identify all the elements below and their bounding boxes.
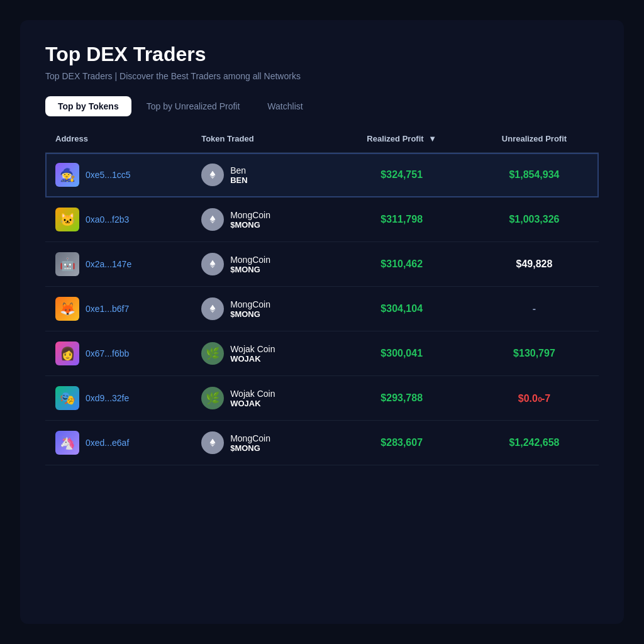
address-link[interactable]: 0xe5...1cc5: [86, 170, 131, 180]
realized-profit: $283,607: [380, 437, 423, 448]
sort-arrow-icon: ▼: [428, 134, 436, 143]
avatar: 🎭: [55, 386, 79, 410]
token-name-wrap: Wojak Coin WOJAK: [230, 344, 275, 364]
token-cell: MongCoin $MONG: [201, 431, 323, 454]
unrealized-profit: $49,828: [516, 258, 553, 269]
traders-table: Address Token Traded Realized Profit ▼ U…: [45, 134, 599, 465]
page-subtitle: Top DEX Traders | Discover the Best Trad…: [45, 71, 599, 81]
token-icon-eth: [201, 208, 224, 231]
address-cell: 🤖 0x2a...147e: [55, 252, 181, 276]
address-cell: 🦄 0xed...e6af: [55, 431, 181, 455]
unrealized-profit: $1,854,934: [509, 169, 559, 180]
tab-top-by-unrealized-profit[interactable]: Top by Unrealized Profit: [134, 96, 253, 116]
token-icon-wojak: 🌿: [201, 387, 224, 409]
token-icon-eth: [201, 164, 224, 186]
token-cell: Ben BEN: [201, 164, 323, 186]
avatar: 🦄: [55, 431, 79, 455]
token-name-wrap: MongCoin $MONG: [230, 299, 270, 319]
address-cell: 👩 0x67...f6bb: [55, 341, 181, 365]
token-cell: MongCoin $MONG: [201, 297, 323, 320]
col-header-address: Address: [45, 134, 191, 153]
unrealized-profit: -: [533, 303, 536, 314]
token-symbol: BEN: [230, 175, 247, 185]
token-name-wrap: Ben BEN: [230, 165, 247, 185]
table-row: 🦄 0xed...e6af MongCoin $MONG $283,607$1,…: [45, 421, 599, 465]
token-cell: 🌿 Wojak Coin WOJAK: [201, 387, 323, 409]
token-cell: MongCoin $MONG: [201, 253, 323, 275]
table-row: 🦊 0xe1...b6f7 MongCoin $MONG $304,104-: [45, 287, 599, 331]
realized-profit: $324,751: [380, 169, 423, 180]
address-link[interactable]: 0xd9...32fe: [86, 393, 129, 403]
token-icon-eth: [201, 431, 224, 454]
token-name: MongCoin: [230, 299, 270, 309]
main-container: Top DEX Traders Top DEX Traders | Discov…: [20, 20, 624, 624]
token-name-wrap: MongCoin $MONG: [230, 210, 270, 230]
unrealized-profit: $130,797: [513, 348, 555, 358]
table-row: 🐱 0xa0...f2b3 MongCoin $MONG $311,798$1,…: [45, 197, 599, 242]
col-header-unrealized: Unrealized Profit: [470, 134, 599, 153]
unrealized-profit: $1,242,658: [509, 437, 559, 448]
token-name: MongCoin: [230, 255, 270, 265]
tab-watchlist[interactable]: Watchlist: [255, 96, 315, 116]
avatar: 🐱: [55, 208, 79, 231]
token-symbol: WOJAK: [230, 354, 275, 364]
token-name: Wojak Coin: [230, 389, 275, 399]
table-row: 👩 0x67...f6bb 🌿 Wojak Coin WOJAK $300,04…: [45, 331, 599, 376]
col-header-realized[interactable]: Realized Profit ▼: [333, 134, 469, 153]
token-name-wrap: Wojak Coin WOJAK: [230, 389, 275, 408]
token-icon-eth: [201, 297, 224, 320]
avatar: 👩: [55, 341, 79, 365]
address-cell: 🦊 0xe1...b6f7: [55, 297, 181, 321]
address-cell: 🧙 0xe5...1cc5: [55, 163, 181, 187]
token-symbol: WOJAK: [230, 399, 275, 408]
address-cell: 🎭 0xd9...32fe: [55, 386, 181, 410]
page-title: Top DEX Traders: [45, 43, 599, 66]
table-row: 🎭 0xd9...32fe 🌿 Wojak Coin WOJAK $293,78…: [45, 376, 599, 421]
realized-profit: $300,041: [380, 348, 423, 358]
realized-profit: $304,104: [380, 303, 423, 314]
token-name: Wojak Coin: [230, 344, 275, 354]
unrealized-profit: $0.0₀-7: [518, 393, 550, 404]
token-symbol: $MONG: [230, 220, 270, 230]
token-name: Ben: [230, 165, 247, 175]
token-name-wrap: MongCoin $MONG: [230, 433, 270, 453]
unrealized-profit: $1,003,326: [509, 214, 559, 225]
realized-profit: $311,798: [380, 214, 423, 225]
token-symbol: $MONG: [230, 443, 270, 453]
token-cell: MongCoin $MONG: [201, 208, 323, 231]
token-symbol: $MONG: [230, 265, 270, 274]
token-icon-eth: [201, 253, 224, 275]
token-cell: 🌿 Wojak Coin WOJAK: [201, 342, 323, 365]
address-link[interactable]: 0xa0...f2b3: [86, 214, 129, 225]
avatar: 🧙: [55, 163, 79, 187]
token-icon-wojak: 🌿: [201, 342, 224, 365]
token-symbol: $MONG: [230, 309, 270, 319]
token-name-wrap: MongCoin $MONG: [230, 255, 270, 274]
tab-top-by-tokens[interactable]: Top by Tokens: [45, 96, 131, 116]
token-name: MongCoin: [230, 210, 270, 220]
table-row: 🧙 0xe5...1cc5 Ben BEN $324,751$1,854,934: [45, 153, 599, 197]
tab-bar: Top by Tokens Top by Unrealized Profit W…: [45, 96, 599, 116]
col-header-token: Token Traded: [191, 134, 333, 153]
table-row: 🤖 0x2a...147e MongCoin $MONG $310,462$49…: [45, 242, 599, 287]
address-link[interactable]: 0x67...f6bb: [86, 348, 129, 358]
avatar: 🤖: [55, 252, 79, 276]
address-link[interactable]: 0xe1...b6f7: [86, 304, 129, 314]
realized-profit: $310,462: [380, 258, 423, 269]
token-name: MongCoin: [230, 433, 270, 443]
address-link[interactable]: 0x2a...147e: [86, 259, 131, 269]
avatar: 🦊: [55, 297, 79, 321]
address-cell: 🐱 0xa0...f2b3: [55, 208, 181, 231]
address-link[interactable]: 0xed...e6af: [86, 438, 129, 448]
realized-profit: $293,788: [380, 392, 423, 403]
